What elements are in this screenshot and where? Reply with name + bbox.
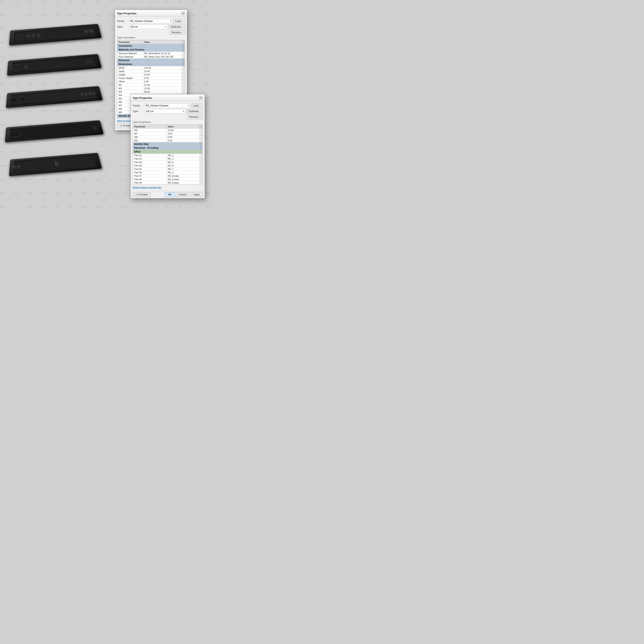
value-cell2[interactable]: RD_1 xyxy=(166,171,200,174)
section-header2-4: Identity Data xyxy=(133,142,200,146)
param-cell2: W8 xyxy=(133,135,166,139)
duplicate-button-2[interactable]: Duplicate... xyxy=(186,109,203,114)
duplicate-button-1[interactable]: Duplicate... xyxy=(168,25,185,29)
value-cell[interactable]: 0.30 xyxy=(143,76,182,80)
value-cell2[interactable]: RD_6 xyxy=(166,164,200,167)
value-cell2[interactable]: 0.00 xyxy=(166,135,200,139)
section-header-1: Materials and Finishes xyxy=(117,48,182,52)
value-cell2[interactable]: 0.00 xyxy=(166,132,200,135)
value-cell2[interactable]: RD_1 xyxy=(166,154,200,157)
type-params-label-1: Type Parameters xyxy=(117,36,185,39)
channel-obj-2 xyxy=(7,54,102,76)
family-row-1: Family: RD_Kitchen Channel ▼ Load... xyxy=(117,19,185,23)
dialog-titlebar-1[interactable]: Type Properties ✕ xyxy=(115,10,187,17)
param-cell2: Part 07 xyxy=(133,174,166,178)
channel-obj-1 xyxy=(9,24,102,45)
param-cell2: W9 xyxy=(133,139,166,142)
rename-row-1: Rename... xyxy=(117,30,185,35)
value-cell2[interactable]: RD_Empty xyxy=(166,181,200,185)
value-cell2[interactable]: RD_Empty xyxy=(166,174,200,178)
ok-button-2[interactable]: OK xyxy=(165,192,175,197)
param-cell: Height xyxy=(117,73,143,76)
section-header-other-6: Other xyxy=(133,150,200,154)
dialog-title-2: Type Properties xyxy=(133,96,152,99)
col-value-header-1: Value xyxy=(143,40,182,44)
what-link-2[interactable]: What do these properties do? xyxy=(133,186,162,189)
value-cell[interactable]: 12.00 xyxy=(143,83,182,87)
col-param-header-1: Parameter xyxy=(117,40,143,44)
cancel-button-2[interactable]: Cancel xyxy=(176,192,189,197)
value-cell2[interactable]: RD_Empty xyxy=(166,178,200,181)
section-header-5: Dimensions xyxy=(117,62,182,66)
footer-btn-group-2: OK Cancel Apply xyxy=(165,192,203,197)
rename-row-2: Rename... xyxy=(133,115,203,119)
channel-obj-3 xyxy=(6,86,103,108)
param-cell: Width xyxy=(117,66,143,70)
dialog-title-1: Type Properties xyxy=(117,12,136,15)
col-param-header-2: Parameter xyxy=(133,125,166,129)
param-cell2: W6 xyxy=(133,129,166,132)
section-header-4: Electrical xyxy=(117,59,182,62)
param-cell2: Part 03 xyxy=(133,161,166,164)
family-label-2: Family: xyxy=(133,104,145,107)
value-cell[interactable]: 12.00 xyxy=(143,87,182,90)
family-label-1: Family: xyxy=(117,20,129,23)
param-cell: W3 xyxy=(117,90,143,94)
value-cell[interactable]: 3.00 xyxy=(143,80,182,83)
preview-button-2[interactable]: << Preview xyxy=(133,192,151,197)
channel-obj-5 xyxy=(9,153,102,176)
param-cell2: W7 xyxy=(133,132,166,135)
value-cell[interactable]: RD_Metal Gray 235 235 235 xyxy=(143,55,182,59)
scroll-col-2 xyxy=(200,125,202,129)
param-cell: Frame Height xyxy=(117,76,143,80)
value-cell[interactable]: 14.00 xyxy=(143,70,182,73)
value-cell2[interactable]: 0.00 xyxy=(166,139,200,142)
param-cell2: Part 01 xyxy=(133,154,166,157)
objects-area xyxy=(4,20,109,201)
section-header2-5: Electrical - Circuiting xyxy=(133,146,200,150)
value-cell2[interactable]: RD_5 xyxy=(166,161,200,164)
type-input-2[interactable]: 120 cm ▼ xyxy=(145,109,185,114)
family-row-2: Family: RD_Kitchen Channel ▼ Load... xyxy=(133,103,203,108)
param-cell2: Part 04 xyxy=(133,164,166,167)
type-input-1[interactable]: 120 cm ▼ xyxy=(129,25,168,29)
param-cell: Offset xyxy=(117,80,143,83)
col-value-header-2: Value xyxy=(166,125,200,129)
value-cell2[interactable]: RD_1 xyxy=(166,157,200,161)
load-button-1[interactable]: Load... xyxy=(173,19,185,23)
param-cell: W1 xyxy=(117,83,143,87)
type-dropdown-arrow-2: ▼ xyxy=(183,110,184,112)
type-dropdown-arrow-1: ▼ xyxy=(165,26,167,28)
param-cell2: Part 02 xyxy=(133,157,166,161)
section-header-0: Constraints xyxy=(117,44,182,48)
family-input-2[interactable]: RD_Kitchen Channel ▼ xyxy=(145,103,190,108)
channel-obj-4 xyxy=(5,120,104,142)
dialog-type-properties-2: Type Properties ✕ Family: RD_Kitchen Cha… xyxy=(130,94,205,198)
value-cell2[interactable]: 15.00 xyxy=(166,129,200,132)
type-label-1: Type: xyxy=(117,25,129,28)
dialog-titlebar-2[interactable]: Type Properties ✕ xyxy=(131,94,205,101)
param-cell: W2 xyxy=(117,87,143,90)
rename-button-2[interactable]: Rename... xyxy=(187,115,203,119)
param-cell2: Part 09 xyxy=(133,181,166,185)
family-dropdown-arrow-1: ▼ xyxy=(169,20,171,22)
family-input-1[interactable]: RD_Kitchen Channel ▼ xyxy=(129,19,172,23)
load-button-2[interactable]: Load... xyxy=(191,103,203,108)
close-button-2[interactable]: ✕ xyxy=(199,96,203,100)
family-dropdown-arrow-2: ▼ xyxy=(187,105,189,107)
close-button-1[interactable]: ✕ xyxy=(181,11,185,15)
param-cell: Structure Material xyxy=(117,52,143,55)
apply-button-2[interactable]: Apply xyxy=(191,192,203,197)
value-cell[interactable]: 30.00 xyxy=(143,90,182,94)
what-link-area-2: What do these properties do? xyxy=(133,186,203,189)
value-cell[interactable]: 14.00 xyxy=(143,73,182,76)
param-cell: Depth xyxy=(117,70,143,73)
value-cell[interactable]: 120.00 xyxy=(143,66,182,70)
type-row-2: Type: 120 cm ▼ Duplicate... xyxy=(133,109,203,114)
scroll-col-1 xyxy=(182,40,185,44)
value-cell[interactable]: RD_Metal Black 52 52 52 xyxy=(143,52,182,55)
value-cell2[interactable]: RD_7 xyxy=(166,167,200,171)
param-cell2: Part 06 xyxy=(133,171,166,174)
type-params-label-2: Type Parameters xyxy=(133,121,203,124)
rename-button-1[interactable]: Rename... xyxy=(169,30,185,35)
